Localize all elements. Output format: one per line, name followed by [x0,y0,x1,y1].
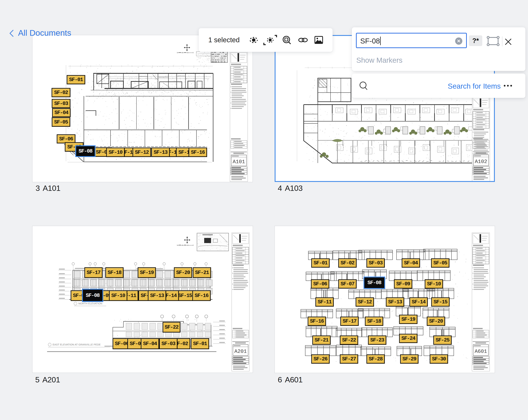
svg-text:A201: A201 [234,349,247,354]
svg-text:NORTH ELEVATION: NORTH ELEVATION [78,302,102,305]
svg-text:A601: A601 [475,349,487,354]
svg-text:A101: A101 [233,159,245,165]
svg-text:A102: A102 [475,159,487,164]
svg-text:EAST ELEVATION AT GRANVILLE PE: EAST ELEVATION AT GRANVILLE PEDE [53,343,101,346]
